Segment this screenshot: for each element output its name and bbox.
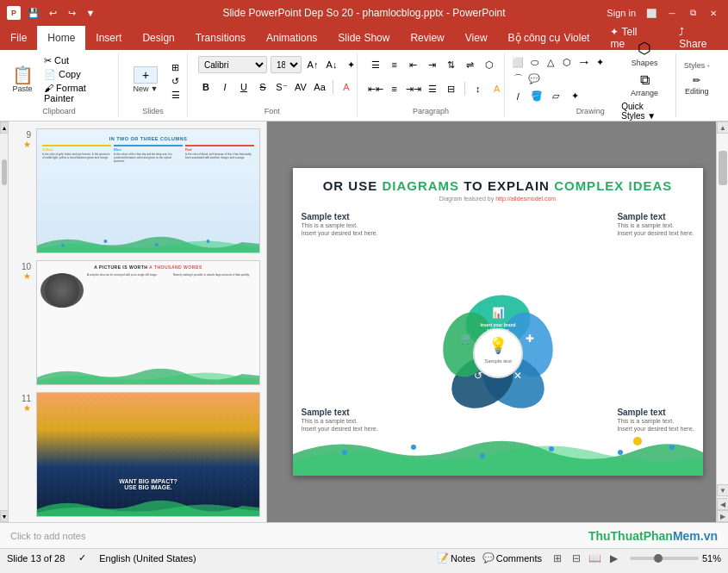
comments-button[interactable]: 💬 Comments	[482, 552, 542, 564]
section-button[interactable]: ☰	[169, 89, 183, 102]
ribbon-toggle-button[interactable]: ⬜	[644, 5, 659, 21]
shape-3[interactable]: △	[543, 55, 558, 71]
restore-button[interactable]: ⧉	[685, 5, 700, 21]
tab-violet[interactable]: Bộ công cụ Violet	[498, 26, 600, 50]
scroll-thumb[interactable]	[719, 151, 727, 185]
smartart-button[interactable]: ⬡	[482, 57, 497, 72]
close-button[interactable]: ✕	[706, 5, 721, 21]
shadow-button[interactable]: S⁻	[274, 79, 289, 95]
shape-outline-button[interactable]: ▱	[548, 89, 563, 104]
save-button[interactable]: 💾	[26, 5, 41, 21]
tab-view[interactable]: View	[455, 26, 498, 50]
comments-icon: 💬	[482, 552, 495, 564]
editing-button[interactable]: ✏ Editing	[681, 73, 712, 97]
shape-8[interactable]: 💬	[526, 72, 542, 87]
copy-button[interactable]: 📄 Copy	[41, 68, 113, 81]
main-slide-canvas[interactable]: OR USE DIAGRAMS TO EXPLAIN COMPLEX IDEAS…	[293, 168, 703, 476]
tab-transitions[interactable]: Transitions	[185, 26, 256, 50]
reset-button[interactable]: ↺	[169, 75, 183, 88]
align-center-button[interactable]: ≡	[387, 81, 402, 97]
slide-sorter-button[interactable]: ⊟	[568, 551, 585, 565]
new-slide-button[interactable]: + New ▼	[124, 65, 167, 95]
shape-effects-button[interactable]: ✦	[567, 89, 582, 104]
slide-item-11[interactable]: 11 ★	[9, 389, 266, 520]
tab-insert[interactable]: Insert	[85, 26, 132, 50]
font-label: Font	[188, 107, 357, 115]
signin-button[interactable]: Sign in	[604, 7, 638, 19]
text-highlight-button[interactable]: A	[489, 81, 505, 97]
slide-9-thumbnail[interactable]: IN TWO OR THREE COLUMNS Yellow Is the co…	[36, 128, 260, 253]
align-left-button[interactable]: ⇤⇤	[368, 81, 383, 97]
layout-button[interactable]: ⊞	[169, 61, 183, 74]
format-painter-button[interactable]: 🖌 Format Painter	[41, 82, 113, 104]
align-right-button[interactable]: ⇥⇥	[406, 81, 421, 97]
shape-4[interactable]: ⬡	[559, 55, 575, 71]
svg-text:Insert your brand: Insert your brand	[480, 322, 515, 327]
shape-1[interactable]: ⬜	[510, 55, 526, 71]
shape-2[interactable]: ⬭	[526, 55, 542, 71]
customize-button[interactable]: ▼	[83, 5, 98, 21]
italic-button[interactable]: I	[217, 79, 233, 95]
undo-button[interactable]: ↩	[45, 5, 60, 21]
clear-format-button[interactable]: ✦	[343, 57, 358, 72]
panel-scroll-down[interactable]: ▼	[0, 510, 9, 522]
slide-item-10[interactable]: 10 ★ A PICTURE IS WORTH A THOUSAND WORDS…	[9, 257, 266, 389]
scroll-prev-button[interactable]: ◀	[717, 498, 728, 510]
tab-design[interactable]: Design	[132, 26, 184, 50]
scroll-next-button[interactable]: ▶	[717, 510, 728, 522]
cut-button[interactable]: ✂ Cut	[41, 54, 113, 67]
line-draw-button[interactable]: /	[510, 89, 526, 104]
panel-scrollbar[interactable]: ▲ ▼	[0, 121, 9, 522]
share-button[interactable]: ⤴ Share	[669, 26, 723, 50]
reading-view-button[interactable]: 📖	[587, 551, 604, 565]
decrease-font-button[interactable]: A↓	[324, 57, 339, 72]
panel-scroll-thumb[interactable]	[2, 159, 7, 185]
shape-5[interactable]: ⭢	[576, 55, 591, 71]
justify-button[interactable]: ☰	[425, 81, 440, 97]
arrange-button[interactable]: ⧉ Arrange	[619, 71, 670, 99]
slide-11-thumbnail[interactable]: WANT BIG IMPACT? USE BIG IMAGE.	[36, 392, 260, 517]
font-size-select[interactable]: 18	[271, 56, 302, 73]
zoom-thumb[interactable]	[654, 554, 663, 563]
notes-button[interactable]: 📝 Notes	[437, 552, 476, 564]
font-color-button[interactable]: A	[339, 79, 354, 95]
shapes-button[interactable]: ⬡ Shapes	[619, 37, 670, 69]
scroll-down-button[interactable]: ▼	[717, 484, 728, 496]
tab-home[interactable]: Home	[37, 26, 85, 50]
font-family-select[interactable]: Calibri	[198, 56, 267, 73]
slideshow-button[interactable]: ▶	[606, 551, 623, 565]
main-scrollbar[interactable]: ▲ ▼ ◀ ▶	[716, 121, 728, 522]
paste-button[interactable]: 📋 Paste	[5, 65, 40, 95]
numbering-button[interactable]: ≡	[387, 57, 402, 72]
increase-font-button[interactable]: A↑	[305, 57, 320, 72]
minimize-button[interactable]: ─	[664, 5, 680, 21]
notes-bar[interactable]: Click to add notes ThuThuatPhanMem.vn	[0, 522, 728, 548]
bold-button[interactable]: B	[198, 79, 214, 95]
slide-item-9[interactable]: 9 ★ IN TWO OR THREE COLUMNS Yellow Is th…	[9, 125, 266, 257]
convert-button[interactable]: ⇌	[463, 57, 478, 72]
panel-scroll-up[interactable]: ▲	[0, 121, 9, 134]
strikethrough-button[interactable]: S	[255, 79, 271, 95]
tab-review[interactable]: Review	[400, 26, 454, 50]
text-direction-button[interactable]: ⇅	[444, 57, 459, 72]
slide-10-thumbnail[interactable]: A PICTURE IS WORTH A THOUSAND WORDS A co…	[36, 260, 260, 385]
bullets-button[interactable]: ☰	[368, 57, 383, 72]
tab-file[interactable]: File	[0, 26, 37, 50]
columns-button[interactable]: ⊟	[444, 81, 459, 97]
underline-button[interactable]: U	[236, 79, 252, 95]
tab-slideshow[interactable]: Slide Show	[327, 26, 400, 50]
slide-panel-wrapper: ▲ ▼ 9 ★ IN TWO OR THREE COLUMNS	[0, 121, 267, 522]
char-spacing-button[interactable]: AV	[293, 79, 308, 95]
shape-fill-button[interactable]: 🪣	[529, 89, 544, 104]
line-spacing-button[interactable]: ↕	[470, 81, 486, 97]
decrease-indent-button[interactable]: ⇤	[406, 57, 421, 72]
tab-animations[interactable]: Animations	[256, 26, 327, 50]
font-case-button[interactable]: Aa	[312, 79, 327, 95]
redo-button[interactable]: ↪	[64, 5, 79, 21]
shape-7[interactable]: ⌒	[510, 72, 526, 87]
increase-indent-button[interactable]: ⇥	[425, 57, 440, 72]
normal-view-button[interactable]: ⊞	[549, 551, 566, 565]
scroll-up-button[interactable]: ▲	[717, 121, 728, 134]
shape-6[interactable]: ✦	[592, 55, 607, 71]
zoom-slider[interactable]	[630, 557, 699, 560]
